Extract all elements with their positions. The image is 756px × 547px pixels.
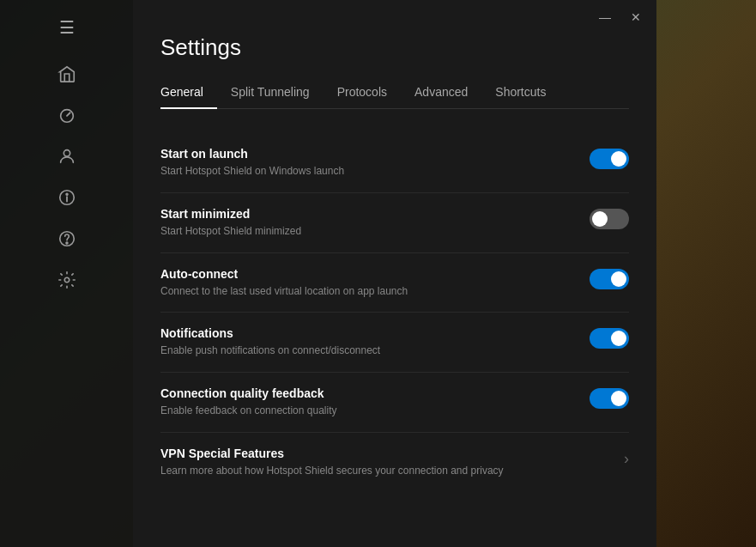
auto-connect-label: Auto-connect bbox=[160, 267, 572, 281]
settings-panel: — ✕ Settings General Split Tunneling Pro… bbox=[133, 0, 656, 547]
start-on-launch-label: Start on launch bbox=[160, 147, 572, 161]
svg-point-1 bbox=[64, 150, 70, 156]
tabs-container: General Split Tunneling Protocols Advanc… bbox=[160, 78, 629, 109]
tab-split-tunneling[interactable]: Split Tunneling bbox=[231, 78, 324, 109]
sidebar-item-info[interactable] bbox=[50, 180, 84, 215]
tab-general[interactable]: General bbox=[160, 78, 217, 109]
settings-rows: Start on launch Start Hotspot Shield on … bbox=[160, 133, 629, 492]
start-on-launch-desc: Start Hotspot Shield on Windows launch bbox=[160, 164, 572, 179]
tab-shortcuts[interactable]: Shortcuts bbox=[495, 78, 559, 109]
start-minimized-desc: Start Hotspot Shield minimized bbox=[160, 224, 572, 239]
vpn-special-features-desc: Learn more about how Hotspot Shield secu… bbox=[160, 464, 607, 478]
title-bar: — ✕ bbox=[133, 0, 656, 34]
sidebar-item-settings[interactable] bbox=[50, 263, 84, 297]
connection-quality-feedback-label: Connection quality feedback bbox=[160, 386, 572, 400]
auto-connect-desc: Connect to the last used virtual locatio… bbox=[160, 284, 572, 299]
svg-point-7 bbox=[64, 277, 70, 283]
sidebar-item-help[interactable] bbox=[50, 222, 84, 256]
setting-row-start-on-launch: Start on launch Start Hotspot Shield on … bbox=[160, 133, 629, 193]
start-minimized-label: Start minimized bbox=[160, 207, 572, 221]
notifications-label: Notifications bbox=[160, 326, 572, 340]
auto-connect-toggle[interactable] bbox=[590, 269, 629, 289]
setting-row-notifications: Notifications Enable push notifications … bbox=[160, 313, 629, 373]
tab-advanced[interactable]: Advanced bbox=[414, 78, 481, 109]
sidebar-menu-button[interactable]: ☰ bbox=[50, 10, 84, 45]
close-button[interactable]: ✕ bbox=[626, 7, 646, 27]
sidebar-item-speed[interactable] bbox=[50, 98, 84, 132]
connection-quality-feedback-desc: Enable feedback on connection quality bbox=[160, 404, 572, 418]
page-title: Settings bbox=[160, 34, 629, 61]
vpn-special-features-label: VPN Special Features bbox=[160, 447, 607, 460]
minimize-button[interactable]: — bbox=[595, 7, 615, 27]
start-on-launch-toggle[interactable] bbox=[590, 149, 629, 169]
settings-content: Settings General Split Tunneling Protoco… bbox=[133, 34, 656, 547]
start-minimized-toggle[interactable] bbox=[590, 209, 629, 229]
notifications-toggle[interactable] bbox=[590, 328, 629, 349]
connection-quality-feedback-toggle[interactable] bbox=[590, 388, 629, 409]
setting-row-vpn-special-features[interactable]: VPN Special Features Learn more about ho… bbox=[160, 433, 629, 492]
setting-row-start-minimized: Start minimized Start Hotspot Shield min… bbox=[160, 193, 629, 253]
sidebar-item-home[interactable] bbox=[50, 57, 84, 91]
sidebar-item-account[interactable] bbox=[50, 139, 84, 173]
sidebar: ☰ bbox=[0, 0, 133, 547]
svg-point-6 bbox=[66, 242, 68, 244]
setting-row-auto-connect: Auto-connect Connect to the last used vi… bbox=[160, 253, 629, 313]
setting-row-connection-quality-feedback: Connection quality feedback Enable feedb… bbox=[160, 373, 629, 433]
vpn-special-features-chevron: › bbox=[624, 450, 629, 468]
notifications-desc: Enable push notifications on connect/dis… bbox=[160, 343, 572, 358]
tab-protocols[interactable]: Protocols bbox=[337, 78, 401, 109]
svg-point-4 bbox=[66, 193, 68, 195]
